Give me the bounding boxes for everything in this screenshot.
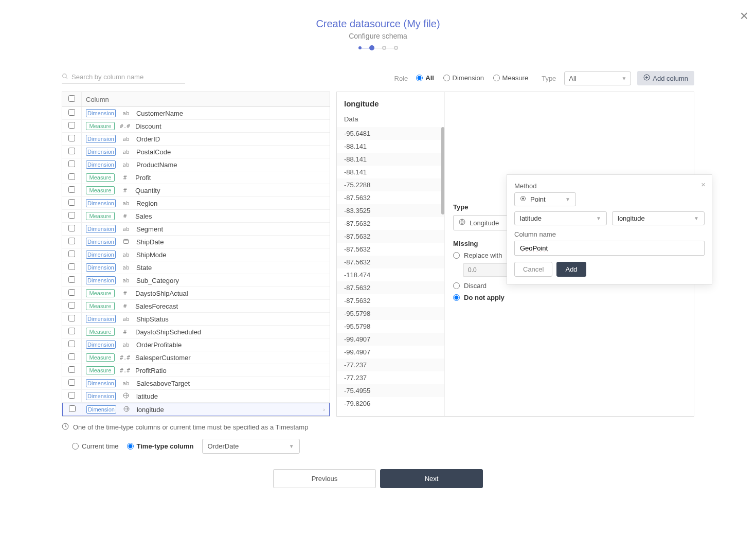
data-value: -77.237 [337, 371, 444, 384]
time-column-radio[interactable]: Time-type column [127, 442, 194, 450]
row-checkbox[interactable] [68, 250, 75, 257]
type-icon: ab [121, 226, 131, 232]
popover-close-icon[interactable]: × [701, 180, 706, 189]
page-subtitle: Configure schema [0, 32, 756, 40]
lon-select[interactable]: longitude▼ [612, 211, 705, 225]
time-column-select[interactable]: OrderDate ▼ [202, 439, 300, 454]
table-row[interactable]: DimensionabState [62, 261, 330, 274]
table-row[interactable]: DimensionabRegion [62, 197, 330, 210]
role-all[interactable]: All [416, 74, 434, 82]
step-3-dot [382, 46, 386, 50]
table-row[interactable]: DimensionabSub_Category [62, 274, 330, 287]
row-checkbox[interactable] [68, 109, 75, 116]
type-icon: ab [121, 316, 131, 323]
column-name: Sales [135, 212, 152, 220]
row-checkbox[interactable] [68, 238, 75, 244]
caret-down-icon: ▼ [565, 196, 570, 202]
add-button[interactable]: Add [556, 262, 586, 277]
table-row[interactable]: Measure#DaystoShipScheduled [62, 326, 330, 338]
row-checkbox[interactable] [68, 392, 75, 399]
row-checkbox[interactable] [68, 122, 75, 129]
search-input[interactable] [71, 73, 185, 81]
add-column-button[interactable]: Add column [637, 71, 694, 85]
scrollbar-thumb[interactable] [441, 127, 444, 214]
cancel-button[interactable]: Cancel [514, 262, 552, 277]
target-icon [520, 195, 526, 203]
table-row[interactable]: Dimensionlongitude› [62, 403, 330, 416]
row-checkbox[interactable] [68, 379, 75, 386]
type-icon: # [120, 303, 130, 310]
type-icon: ab [121, 264, 131, 271]
table-row[interactable]: DimensionabProductName [62, 158, 330, 171]
column-name: latitude [136, 392, 158, 400]
row-checkbox[interactable] [68, 276, 75, 283]
table-row[interactable]: Measure#.#Discount [62, 120, 330, 133]
table-row[interactable]: DimensionabCustomerName [62, 107, 330, 120]
table-row[interactable]: Measure#DaystoShipActual [62, 287, 330, 300]
column-name: SalesperCustomer [135, 354, 191, 362]
role-tag: Dimension [86, 135, 116, 143]
row-checkbox[interactable] [68, 328, 75, 334]
current-time-radio[interactable]: Current time [72, 442, 119, 450]
select-all-checkbox[interactable] [68, 95, 75, 102]
row-checkbox[interactable] [68, 315, 75, 321]
missing-donot[interactable]: Do not apply [453, 294, 686, 301]
method-select[interactable]: Point ▼ [514, 192, 576, 206]
close-icon[interactable]: × [740, 8, 748, 24]
table-row[interactable]: DimensionShipDate [62, 236, 330, 248]
role-measure[interactable]: Measure [493, 74, 529, 82]
role-tag: Measure [86, 212, 115, 220]
row-checkbox[interactable] [68, 366, 75, 373]
table-row[interactable]: DimensionabSalesaboveTarget [62, 377, 330, 390]
table-row[interactable]: DimensionabOrderID [62, 133, 330, 146]
row-checkbox[interactable] [68, 289, 75, 296]
row-checkbox[interactable] [68, 135, 75, 141]
row-checkbox[interactable] [68, 199, 75, 206]
row-checkbox[interactable] [69, 405, 76, 412]
row-checkbox[interactable] [68, 263, 75, 270]
table-row[interactable]: DimensionabPostalCode [62, 146, 330, 158]
colname-input[interactable] [514, 241, 705, 256]
type-icon: ab [121, 342, 131, 348]
table-row[interactable]: DimensionabSegment [62, 223, 330, 236]
table-row[interactable]: DimensionabShipMode [62, 248, 330, 261]
step-line [362, 48, 369, 48]
svg-line-1 [66, 77, 67, 79]
type-select[interactable]: All ▼ [564, 71, 631, 85]
role-radio-group: All Dimension Measure [416, 74, 535, 83]
table-row[interactable]: Measure#Profit [62, 171, 330, 184]
row-checkbox[interactable] [68, 225, 75, 231]
row-checkbox[interactable] [68, 148, 75, 154]
next-button[interactable]: Next [380, 469, 483, 488]
row-checkbox[interactable] [68, 186, 75, 193]
role-dimension[interactable]: Dimension [443, 74, 484, 82]
previous-button[interactable]: Previous [273, 469, 376, 488]
table-row[interactable]: Measure#Sales [62, 210, 330, 223]
row-checkbox[interactable] [68, 212, 75, 219]
table-row[interactable]: Dimensionlatitude [62, 390, 330, 403]
data-value: -87.5632 [337, 256, 444, 268]
role-tag: Dimension [86, 276, 116, 284]
search-field[interactable] [62, 73, 185, 84]
table-row[interactable]: DimensionabOrderProfitable [62, 338, 330, 351]
table-row[interactable]: Measure#Quantity [62, 184, 330, 197]
data-value: -87.5632 [337, 243, 444, 256]
column-name: Quantity [135, 187, 160, 194]
lat-select[interactable]: latitude▼ [514, 211, 607, 225]
row-checkbox[interactable] [68, 160, 75, 167]
svg-rect-5 [123, 239, 128, 243]
row-checkbox[interactable] [68, 353, 75, 360]
data-value: -95.6481 [337, 127, 444, 140]
type-icon: #.# [120, 354, 130, 361]
table-row[interactable]: Measure#.#SalesperCustomer [62, 351, 330, 364]
row-checkbox[interactable] [68, 173, 75, 180]
globe-icon [459, 219, 465, 227]
table-row[interactable]: Measure#SalesForecast [62, 300, 330, 313]
row-checkbox[interactable] [68, 302, 75, 309]
role-tag: Measure [86, 186, 115, 194]
step-indicator [0, 45, 756, 50]
data-value: -77.237 [337, 359, 444, 371]
table-row[interactable]: DimensionabShipStatus [62, 313, 330, 326]
row-checkbox[interactable] [68, 341, 75, 347]
table-row[interactable]: Measure#.#ProfitRatio [62, 364, 330, 377]
